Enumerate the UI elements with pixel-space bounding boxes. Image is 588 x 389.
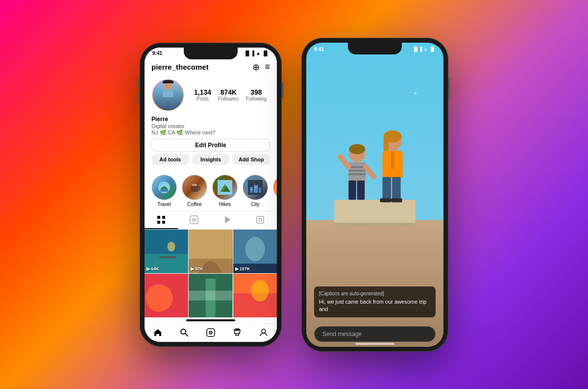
stat-followers[interactable]: 874K Followers [218, 88, 239, 102]
svg-rect-39 [189, 291, 232, 301]
add-shop-button[interactable]: Add Shop [232, 154, 270, 165]
grid-item-3[interactable]: ▶ 107K [233, 230, 277, 273]
tagged-icon [256, 215, 265, 224]
city-icon [248, 180, 263, 195]
stat-following[interactable]: 398 Following [246, 88, 267, 102]
caption-text: Hi, we just came back from our awesome t… [319, 298, 431, 313]
notch [184, 48, 238, 59]
grid-item-5[interactable] [189, 274, 232, 317]
insights-button[interactable]: Insights [192, 154, 230, 165]
nav-search[interactable] [179, 328, 189, 340]
svg-rect-59 [348, 170, 366, 171]
profile-bio: Digital creator [151, 123, 270, 129]
svg-rect-61 [348, 181, 356, 200]
svg-rect-9 [254, 185, 258, 193]
posts-label: Posts [194, 96, 211, 102]
svg-rect-18 [157, 221, 160, 224]
nav-home[interactable] [153, 328, 163, 340]
send-message-bar[interactable]: Send message [314, 326, 436, 342]
reels-tab[interactable] [178, 211, 211, 229]
svg-rect-57 [348, 162, 366, 182]
stat-posts[interactable]: 1,134 Posts [194, 88, 211, 102]
ad-tools-button[interactable]: Ad tools [151, 154, 189, 165]
power-button [282, 82, 283, 98]
svg-point-56 [349, 144, 365, 154]
menu-icon[interactable]: ≡ [265, 62, 270, 72]
svg-point-74 [415, 92, 416, 94]
username: pierre_thecomet [151, 63, 209, 71]
grid-item-6[interactable] [233, 274, 277, 317]
highlights-row: Travel Coffee [145, 173, 277, 211]
action-buttons: Ad tools Insights Add Shop [151, 154, 270, 165]
svg-rect-16 [157, 216, 160, 219]
svg-rect-72 [380, 198, 391, 202]
grid-item-5-image [189, 274, 232, 317]
tagged-tab[interactable] [244, 211, 277, 229]
grid-item-2[interactable]: ▶ 97K [189, 230, 232, 273]
svg-rect-73 [391, 198, 402, 202]
svg-rect-70 [383, 177, 392, 200]
add-icon[interactable]: ⊕ [252, 62, 260, 73]
hikes-icon [218, 180, 232, 195]
grid-tab[interactable] [145, 211, 178, 229]
highlight-more[interactable]: Pla... [273, 175, 277, 207]
nav-profile[interactable] [259, 328, 269, 340]
highlight-city[interactable]: City [243, 175, 268, 207]
volume-up-button [138, 77, 140, 89]
highlight-coffee[interactable]: Coffee [182, 175, 207, 207]
reels-nav-icon [206, 328, 216, 337]
svg-rect-17 [162, 216, 165, 219]
edit-profile-button[interactable]: Edit Profile [151, 139, 270, 152]
grid-item-2-count: ▶ 97K [191, 266, 203, 271]
status-icons-left: ▐▌▐ ▲ ▐▌ [244, 51, 269, 56]
svg-rect-53 [334, 200, 415, 225]
svg-point-50 [262, 329, 266, 333]
highlight-travel[interactable]: Travel [151, 175, 177, 207]
battery-icon: ▐▌ [262, 51, 269, 56]
posts-count: 1,134 [194, 88, 211, 97]
time-left: 9:41 [152, 51, 162, 56]
play-icon-small-1: ▶ [147, 266, 150, 271]
svg-rect-67 [384, 136, 389, 152]
avatar-container [151, 78, 185, 112]
svg-rect-58 [348, 166, 366, 168]
avatar-hat [163, 80, 173, 83]
home-indicator-right [355, 343, 394, 345]
play-icon [223, 215, 232, 224]
play-tab[interactable] [211, 211, 244, 229]
svg-line-44 [185, 334, 188, 336]
highlight-hikes[interactable]: Hikes [212, 175, 238, 207]
svg-marker-23 [225, 216, 231, 223]
highlight-label-coffee: Coffee [182, 202, 207, 207]
nav-reels[interactable] [206, 328, 216, 340]
coffee-icon [187, 180, 202, 195]
avatar[interactable] [151, 78, 185, 112]
nav-shop[interactable] [232, 328, 242, 340]
video-screen: 9:41 ▐▌▐ ▲ ▐▌ [306, 43, 443, 347]
bottom-nav [145, 323, 277, 342]
following-count: 398 [246, 88, 267, 97]
stats-row: 1,134 Posts 874K Followers 398 Following [191, 88, 270, 102]
svg-rect-1 [160, 189, 168, 192]
svg-point-47 [210, 332, 211, 333]
profile-top-bar: pierre_thecomet ⊕ ≡ [151, 60, 270, 77]
header-icons: ⊕ ≡ [252, 62, 270, 73]
right-phone-screen: 9:41 ▐▌▐ ▲ ▐▌ [306, 43, 443, 347]
send-message-placeholder: Send message [322, 331, 362, 337]
grid-item-1[interactable]: ▶ 64K [145, 230, 188, 273]
grid-item-4[interactable] [145, 274, 188, 317]
svg-point-42 [251, 280, 269, 302]
volume-down-button [138, 92, 140, 104]
highlight-circle-coffee [182, 175, 207, 200]
caption-tag: [Captions are auto-generated] [319, 290, 431, 297]
signal-icon-right: ▐▌▐ [413, 47, 422, 52]
highlight-label-more: Pla... [273, 202, 277, 207]
search-icon [179, 328, 189, 337]
photo-grid: ▶ 64K ▶ 97K [145, 230, 277, 318]
svg-rect-10 [259, 188, 261, 193]
play-icon-small-3: ▶ [235, 266, 239, 271]
svg-point-28 [168, 241, 175, 251]
grid-item-6-image [233, 274, 277, 317]
avatar-body [163, 90, 173, 97]
profile-name: Pierre [151, 116, 270, 123]
